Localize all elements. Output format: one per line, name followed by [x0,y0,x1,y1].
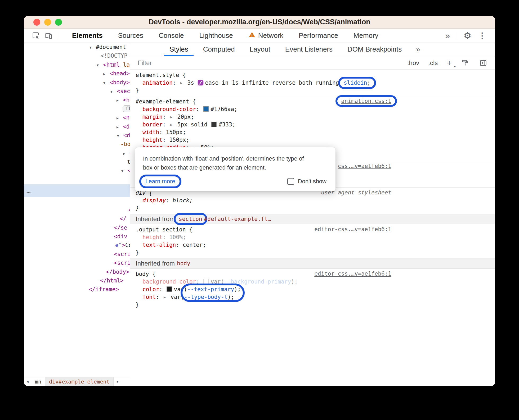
expand-shorthand-icon[interactable]: ▶ [164,293,166,301]
tab-elements[interactable]: Elements [64,29,110,43]
element-classes-button[interactable]: .cls [428,59,438,67]
dom-tree-node[interactable]: e">Co [24,241,130,250]
color-swatch[interactable] [167,286,172,292]
tree-expanded-toggle-icon[interactable]: ▼ [117,131,123,140]
css-declaration[interactable]: } [130,249,495,257]
tab-lighthouse[interactable]: Lighthouse [191,29,240,43]
learn-more-link[interactable]: Learn more [145,178,175,185]
expand-shorthand-icon[interactable]: ▶ [170,113,172,121]
css-declaration[interactable]: } [130,204,495,212]
zoom-button[interactable] [55,19,62,26]
dom-tree-node[interactable]: ▶< [24,149,130,158]
tree-collapsed-toggle-icon[interactable]: ▶ [117,96,123,105]
dom-tree-node[interactable]: ▼<di [24,131,130,140]
css-declaration[interactable]: display: block; [130,197,495,204]
color-swatch[interactable] [203,279,209,284]
sidebar-tab-computed[interactable]: Computed [196,43,242,56]
stylesheet-link[interactable]: editor-css.…v=ae1feb6:1 [314,226,391,232]
device-toolbar-icon[interactable] [42,30,55,41]
kebab-menu-icon[interactable]: ⋮ [475,31,489,40]
css-declaration[interactable]: color: var(--text-primary); [130,286,495,293]
flex-badge[interactable]: fl [123,105,130,112]
css-declaration[interactable]: .output section { [130,226,495,234]
bezier-editor-icon[interactable] [198,80,204,86]
minimize-button[interactable] [44,19,51,26]
css-declaration[interactable]: border: ▶ 5px solid #333; [130,121,495,129]
dom-tree-node[interactable]: ▶<no [24,113,130,122]
sidebar-tab-layout[interactable]: Layout [242,43,278,56]
dom-tree-node[interactable]: </body> [24,268,130,276]
node-link[interactable]: body [177,260,190,267]
css-declaration[interactable]: background-color: #1766aa; [130,106,495,113]
dom-tree-node[interactable]: t [24,158,130,166]
expand-shorthand-icon[interactable]: ▶ [170,121,172,129]
tab-performance[interactable]: Performance [291,29,346,43]
toggle-element-state-button[interactable]: :hov [407,59,419,67]
css-declaration[interactable]: } [130,87,495,94]
dom-tree-node[interactable]: ▼#document [24,43,130,52]
breadcrumb-item[interactable]: mn [31,377,45,386]
tree-collapsed-toggle-icon[interactable]: ▶ [123,149,129,158]
css-declaration[interactable]: height: 100%; [130,234,495,241]
close-button[interactable] [33,19,40,26]
dom-tree-node[interactable]: -bo [24,140,130,149]
sidebar-more-tabs-icon[interactable]: » [410,43,426,56]
tree-expanded-toggle-icon[interactable]: ▼ [97,61,103,70]
tab-console[interactable]: Console [151,29,191,43]
tree-collapsed-toggle-icon[interactable]: ▶ [117,123,123,131]
tree-collapsed-toggle-icon[interactable]: ▶ [103,70,110,78]
dont-show-checkbox[interactable] [287,178,294,185]
tab-sources[interactable]: Sources [110,29,151,43]
dom-tree-node[interactable]: fl [24,105,130,113]
expand-shorthand-icon[interactable]: ▶ [180,79,182,87]
dom-tree-node[interactable]: ▼<sect [24,87,130,96]
dom-tree-node[interactable]: ▶<head> [24,69,130,78]
stylesheet-link[interactable]: css.…v=ae1feb6:1 [338,163,391,169]
css-declaration[interactable]: background-color: var(--background-prima… [130,278,495,286]
css-declaration[interactable]: font: ▶ var(--type-body-l); [130,293,495,301]
dom-tree-node[interactable]: ▶<he [24,96,130,104]
css-declaration[interactable]: width: 150px; [130,129,495,136]
dom-tree-node[interactable]: <scri [24,259,130,267]
dom-tree-node[interactable]: <div [24,232,130,241]
sidebar-tab-event-listeners[interactable]: Event Listeners [278,43,340,56]
node-link[interactable]: #default-example.fl… [204,216,271,222]
dom-tree-node[interactable]: </html> [24,276,130,285]
inspect-element-icon[interactable] [30,30,42,41]
css-declaration[interactable]: body { [130,270,495,278]
dom-tree-node[interactable]: ▼<body> [24,78,130,87]
tab-memory[interactable]: Memory [346,29,386,43]
sidebar-tab-dom-breakpoints[interactable]: DOM Breakpoints [340,43,409,56]
css-declaration[interactable]: height: 150px; [130,136,495,144]
tree-collapsed-toggle-icon[interactable]: ▶ [117,114,123,122]
css-declaration[interactable]: margin: ▶ 20px; [130,113,495,121]
tree-expanded-toggle-icon[interactable]: ▼ [90,43,96,52]
dom-tree-node[interactable]: ▶<di [24,122,130,131]
css-declaration[interactable]: animation: ▶ 3s ease-in 1s infinite reve… [130,79,495,87]
breadcrumb-item-selected[interactable]: div#example-element [45,377,114,386]
color-swatch[interactable] [203,106,209,112]
tab-network[interactable]: Network [241,29,291,43]
sidebar-tab-styles[interactable]: Styles [162,43,196,56]
breadcrumb-scroll-left-icon[interactable]: ◀ [24,377,31,386]
dom-tree-node[interactable]: ▼<html la [24,61,130,69]
css-declaration[interactable]: element.style { [130,71,495,79]
node-link[interactable]: section [179,216,202,222]
settings-gear-icon[interactable]: ⚙ [460,30,475,41]
color-swatch[interactable] [211,122,217,127]
dom-tree-node[interactable]: ▼< [24,166,130,175]
dom-tree-node-selected[interactable]: … [24,184,130,197]
filter-input[interactable] [138,59,398,67]
dom-tree-node[interactable]: </se [24,223,130,232]
tree-expanded-toggle-icon[interactable]: ▼ [103,79,110,87]
toggle-sidebar-icon[interactable] [479,58,488,68]
dom-tree-node[interactable]: < [24,206,130,214]
dom-tree-node[interactable]: <scri [24,250,130,259]
css-declaration[interactable]: text-align: center; [130,241,495,249]
tree-expanded-toggle-icon[interactable]: ▼ [121,167,128,175]
dom-tree-node[interactable]: <!DOCTYP [24,52,130,60]
paint-roller-icon[interactable] [461,58,470,68]
new-style-rule-button[interactable]: +▾ [447,59,452,67]
breadcrumb-scroll-right-icon[interactable]: ▶ [114,377,122,386]
css-declaration[interactable]: #example-element { [130,98,495,106]
